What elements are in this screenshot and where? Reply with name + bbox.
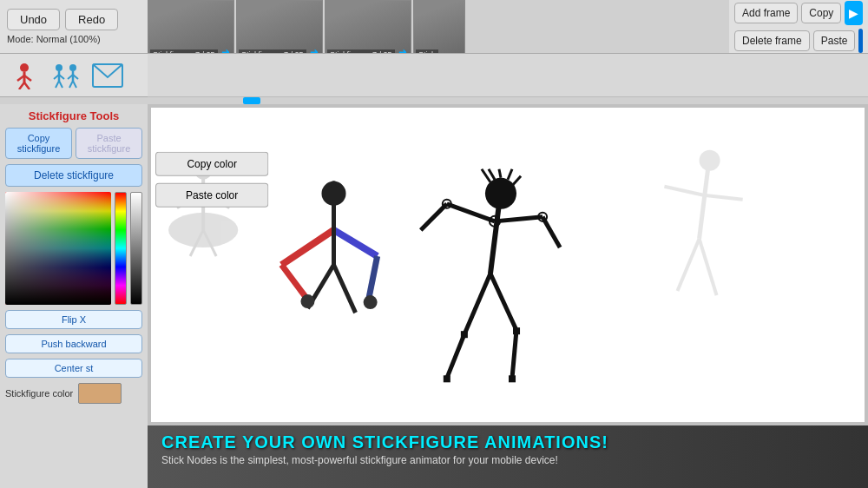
drawing-canvas[interactable]: Copy color Paste color: [151, 108, 865, 422]
svg-line-29: [369, 256, 378, 300]
play-button[interactable]: ▶: [845, 1, 863, 25]
copy-stickfigure-button[interactable]: Copy stickfigure: [5, 128, 72, 159]
svg-point-34: [300, 294, 314, 308]
frame-thumb-161[interactable]: 161 Stickfigures 7 / 25 ➜: [236, 0, 323, 53]
thumb-label-160: Stickfigures 7 / 25: [150, 49, 218, 53]
canvas-area: Copy color Paste color CREATE YOUR OWN S…: [148, 104, 868, 488]
mode-text: Mode: Normal (100%): [7, 34, 141, 44]
svg-line-60: [664, 187, 703, 195]
right-panel: Add frame Copy ▶ Delete frame Paste: [729, 0, 868, 53]
thumb-161[interactable]: Stickfigures 7 / 25 ➜: [236, 0, 323, 53]
svg-line-16: [69, 81, 73, 88]
frame-thumb-160[interactable]: 160 Stickfigures 7 / 25 ➜: [148, 0, 234, 53]
push-backward-button[interactable]: Push backward: [5, 334, 142, 353]
animation-scene: Copy color Paste color: [151, 108, 865, 422]
svg-line-53: [512, 330, 516, 378]
group-icon-btn[interactable]: [49, 60, 83, 91]
svg-line-4: [19, 82, 24, 89]
svg-line-62: [677, 239, 699, 291]
thumb-label-161: Stickfigures 7 / 25: [239, 49, 306, 53]
icon-row: [0, 54, 148, 97]
undo-button[interactable]: Undo: [7, 9, 60, 30]
stickfig-color-row: Stickfigure color: [5, 383, 142, 404]
person-icon: [12, 62, 36, 89]
color-gradient[interactable]: [5, 192, 111, 305]
scroll-indicator[interactable]: [0, 97, 868, 104]
add-frame-row: Add frame Copy ▶: [734, 1, 863, 25]
svg-line-52: [490, 274, 516, 330]
svg-line-44: [421, 204, 447, 230]
svg-line-51: [447, 334, 464, 378]
svg-line-63: [700, 239, 717, 295]
envelope-icon: [92, 63, 123, 88]
thumb-160[interactable]: Stickfigures 7 / 25 ➜: [148, 0, 234, 53]
svg-line-17: [73, 81, 76, 88]
group-icon: [50, 62, 82, 89]
svg-point-6: [56, 64, 62, 71]
copy-paste-row: Copy stickfigure Paste stickfigure: [5, 128, 142, 159]
tools-title: Stickfigure Tools: [5, 109, 142, 122]
thumb-arrow-162: ➜: [398, 46, 407, 53]
blue-square-button[interactable]: [858, 29, 863, 53]
thumb-label-162: Stickfigures 7 / 25: [327, 49, 395, 53]
paste-color-button[interactable]: Paste color: [155, 183, 268, 208]
thumb-label-163: Stick: [416, 49, 438, 53]
left-controls: Undo Redo Mode: Normal (100%): [0, 0, 148, 53]
timeline-area: 160 Stickfigures 7 / 25 ➜ 161 Stickfigur…: [148, 0, 729, 53]
svg-line-11: [59, 81, 62, 88]
delete-frame-button[interactable]: Delete frame: [734, 30, 810, 51]
svg-line-28: [334, 230, 378, 256]
center-st-button[interactable]: Center st: [5, 359, 142, 378]
svg-rect-57: [509, 375, 516, 382]
copy-button[interactable]: Copy: [801, 3, 841, 23]
color-bw-bar[interactable]: [130, 192, 142, 305]
envelope-icon-btn[interactable]: [90, 60, 125, 91]
svg-line-41: [508, 169, 512, 180]
svg-line-36: [490, 204, 499, 274]
thumb-arrow-161: ➜: [310, 46, 319, 53]
svg-point-31: [321, 181, 345, 206]
svg-line-46: [542, 217, 560, 247]
svg-line-5: [24, 82, 30, 89]
redo-button[interactable]: Redo: [65, 9, 118, 30]
svg-line-50: [464, 274, 490, 334]
main-area: Stickfigure Tools Copy stickfigure Paste…: [0, 104, 868, 488]
add-frame-button[interactable]: Add frame: [734, 3, 798, 23]
banner-sub: Stick Nodes is the simplest, most-powerf…: [161, 454, 854, 466]
color-hue-slider[interactable]: [115, 192, 127, 305]
svg-rect-54: [461, 331, 468, 338]
copy-color-button[interactable]: Copy color: [155, 152, 268, 176]
banner-headline: CREATE YOUR OWN STICKFIGURE ANIMATIONS!: [161, 432, 854, 452]
thumb-163[interactable]: Stick: [413, 0, 465, 53]
color-picker-area: [5, 192, 142, 305]
stickfig-color-label: Stickfigure color: [5, 388, 73, 399]
frame-thumb-162[interactable]: 162 Stickfigures 7 / 25 ➜: [325, 0, 411, 53]
svg-line-58: [700, 169, 708, 239]
svg-point-59: [700, 150, 720, 171]
thumb-arrow-160: ➜: [221, 46, 230, 53]
svg-point-12: [69, 64, 76, 71]
delete-stickfigure-button[interactable]: Delete stickfigure: [5, 164, 142, 187]
bottom-banner: CREATE YOUR OWN STICKFIGURE ANIMATIONS! …: [148, 425, 868, 488]
svg-line-26: [281, 230, 333, 265]
paste-button[interactable]: Paste: [813, 30, 856, 51]
svg-line-61: [704, 195, 743, 200]
svg-rect-56: [444, 375, 450, 382]
svg-point-35: [364, 295, 378, 309]
stickfig-color-swatch[interactable]: [78, 383, 122, 404]
svg-point-0: [20, 63, 29, 72]
flip-x-button[interactable]: Flip X: [5, 310, 142, 329]
delete-frame-row: Delete frame Paste: [734, 29, 863, 53]
frame-thumb-163[interactable]: 163 Stick: [413, 0, 465, 53]
svg-line-40: [499, 169, 501, 178]
person-icon-btn[interactable]: [7, 60, 42, 91]
undo-redo-row: Undo Redo: [7, 9, 141, 30]
scroll-thumb[interactable]: [243, 97, 260, 104]
svg-line-42: [513, 176, 521, 185]
svg-line-33: [334, 265, 356, 313]
svg-line-27: [281, 265, 307, 300]
paste-stickfigure-button[interactable]: Paste stickfigure: [76, 128, 142, 159]
thumb-162[interactable]: Stickfigures 7 / 25 ➜: [325, 0, 411, 53]
svg-line-45: [495, 217, 542, 221]
svg-line-39: [489, 169, 495, 180]
